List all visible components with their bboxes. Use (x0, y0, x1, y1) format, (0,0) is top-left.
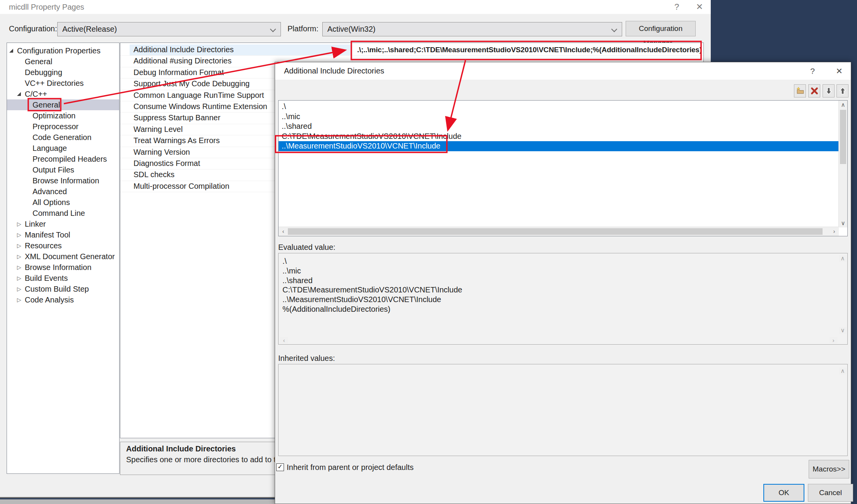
tree-item[interactable]: Resources (7, 240, 119, 251)
tree-item[interactable]: Optimization (7, 110, 119, 121)
directory-path: .\ (282, 102, 286, 111)
main-close-button[interactable]: ✕ (692, 0, 707, 14)
evaluated-value-box: .\ ..\mic ..\shared C:\TDE\MeasurementSt… (278, 253, 848, 345)
tree-item-label: Command Line (33, 208, 85, 219)
tree-expander-icon[interactable] (17, 262, 25, 273)
delete-line-button[interactable] (808, 84, 820, 97)
tree-item[interactable]: Browse Information (7, 262, 119, 273)
move-up-button[interactable] (836, 84, 848, 97)
directories-listbox[interactable]: .\ ..\mic ..\shared C:\TDE\MeasurementSt… (278, 100, 848, 236)
cancel-button[interactable]: Cancel (808, 484, 853, 502)
screenshot-canvas: micdll Property Pages ? ✕ Configuration:… (0, 0, 857, 504)
evaluated-line: ..\shared (279, 276, 847, 285)
directory-path: ..\mic (282, 112, 300, 121)
tree-expander-icon[interactable] (17, 284, 25, 294)
directory-list-item[interactable]: C:\TDE\MeasurementStudioVS2010\VCNET\Inc… (279, 132, 839, 142)
evaluated-line: C:\TDE\MeasurementStudioVS2010\VCNET\Inc… (279, 285, 847, 295)
tree-item-label: Custom Build Step (25, 284, 89, 294)
scroll-left-icon[interactable]: ‹ (279, 228, 287, 234)
tree-item[interactable]: VC++ Directories (7, 78, 119, 89)
tree-expander-icon[interactable] (17, 229, 25, 240)
tree-item[interactable]: Code Generation (7, 132, 119, 143)
tree-item[interactable]: Preprocessor (7, 121, 119, 132)
tree-item-label: Linker (25, 219, 46, 229)
tree-item[interactable]: Build Events (7, 273, 119, 284)
description-title: Additional Include Directories (126, 444, 236, 453)
evaluated-line: .\ (279, 256, 847, 266)
down-arrow-icon (824, 87, 833, 95)
row-margin (120, 181, 130, 192)
inherit-checkbox-label[interactable]: Inherit from parent or project defaults (287, 461, 414, 473)
ok-button[interactable]: OK (763, 484, 804, 502)
scroll-up-icon[interactable]: ∧ (839, 367, 847, 374)
tree-item[interactable]: Code Analysis (7, 294, 119, 305)
tree-item-label: Optimization (33, 110, 75, 121)
property-row[interactable]: Additional Include Directories .\;..\mic… (120, 44, 703, 56)
tree-item[interactable]: Command Line (7, 208, 119, 219)
tree-item[interactable]: Manifest Tool (7, 229, 119, 240)
tree-item[interactable]: Precompiled Headers (7, 154, 119, 164)
tree-expander-icon[interactable] (17, 251, 25, 262)
tree-item-label: Browse Information (25, 262, 91, 273)
tree-item[interactable]: Configuration Properties (7, 45, 119, 56)
directory-list-item[interactable]: ..\shared (279, 121, 839, 132)
tree-expander-icon[interactable] (17, 240, 25, 251)
tree-expander-icon[interactable] (17, 294, 25, 305)
tree-item[interactable]: Language (7, 143, 119, 154)
tree-item[interactable]: Custom Build Step (7, 284, 119, 294)
tree-expander-icon[interactable] (9, 45, 17, 56)
tree-item[interactable]: Browse Information (7, 175, 119, 186)
evaluated-path: ..\mic (282, 267, 301, 275)
main-help-button[interactable]: ? (669, 0, 684, 14)
directory-list-item[interactable]: ..\MeasurementStudioVS2010\VCNET\Include (279, 141, 839, 151)
list-vertical-scrollbar[interactable]: ∧ ∨ (838, 101, 847, 227)
sub-close-button[interactable]: ✕ (832, 62, 846, 80)
move-down-button[interactable] (823, 84, 835, 97)
directory-list-item[interactable]: ..\mic (279, 112, 839, 122)
inherit-checkbox[interactable]: ✓ (276, 463, 284, 471)
tree-item[interactable]: Output Files (7, 164, 119, 175)
scroll-right-icon[interactable]: › (830, 228, 838, 234)
directory-list-item[interactable]: .\ (279, 102, 839, 112)
property-value[interactable]: .\;..\mic;..\shared;C:\TDE\MeasurementSt… (352, 44, 703, 55)
scrollbar-thumb[interactable] (840, 110, 846, 164)
directory-path: ..\MeasurementStudioVS2010\VCNET\Include (282, 142, 440, 150)
tree-item[interactable]: Advanced (7, 186, 119, 197)
row-margin (120, 147, 130, 158)
scroll-down-icon[interactable]: ∨ (839, 220, 847, 227)
scrollbar-thumb[interactable] (288, 228, 823, 235)
scroll-down-icon[interactable]: ∨ (839, 327, 847, 334)
sub-help-button[interactable]: ? (806, 62, 819, 80)
tree-item-label: C/C++ (25, 89, 47, 99)
tree-item[interactable]: XML Document Generator (7, 251, 119, 262)
tree-item[interactable]: C/C++ (7, 89, 119, 99)
tree-item[interactable]: General (7, 99, 119, 110)
tree-item[interactable]: General (7, 56, 119, 67)
tree-expander-icon[interactable] (17, 273, 25, 284)
inherited-values-box: ∧ (278, 364, 848, 456)
tree-item-label: Output Files (33, 164, 74, 175)
tree-item-label: Debugging (25, 67, 62, 78)
tree-item[interactable]: Linker (7, 219, 119, 229)
scroll-up-icon[interactable]: ∧ (839, 101, 847, 108)
red-x-icon (810, 87, 819, 95)
property-name: Additional Include Directories (130, 44, 352, 55)
tree-item[interactable]: Debugging (7, 67, 119, 78)
tree-expander-icon[interactable] (17, 219, 25, 229)
scroll-left-icon[interactable]: ‹ (280, 337, 288, 343)
new-line-button[interactable] (794, 84, 806, 97)
list-horizontal-scrollbar[interactable]: ‹ › (279, 227, 839, 236)
configuration-manager-button[interactable]: Configuration Manager... (626, 21, 696, 36)
macros-button[interactable]: Macros>> (809, 460, 849, 478)
main-title-bar: micdll Property Pages ? ✕ (0, 0, 711, 14)
sub-dialog-title: Additional Include Directories (284, 62, 384, 80)
tree-item-label: Code Generation (33, 132, 91, 143)
scroll-right-icon[interactable]: › (830, 337, 837, 343)
platform-dropdown[interactable]: Active(Win32) (322, 22, 622, 36)
tree-expander-icon[interactable] (17, 89, 25, 99)
tree-item-label: Browse Information (33, 175, 99, 186)
platform-label: Platform: (287, 21, 318, 36)
scroll-up-icon[interactable]: ∧ (839, 255, 847, 262)
configuration-dropdown[interactable]: Active(Release) (57, 22, 281, 36)
tree-item[interactable]: All Options (7, 197, 119, 208)
